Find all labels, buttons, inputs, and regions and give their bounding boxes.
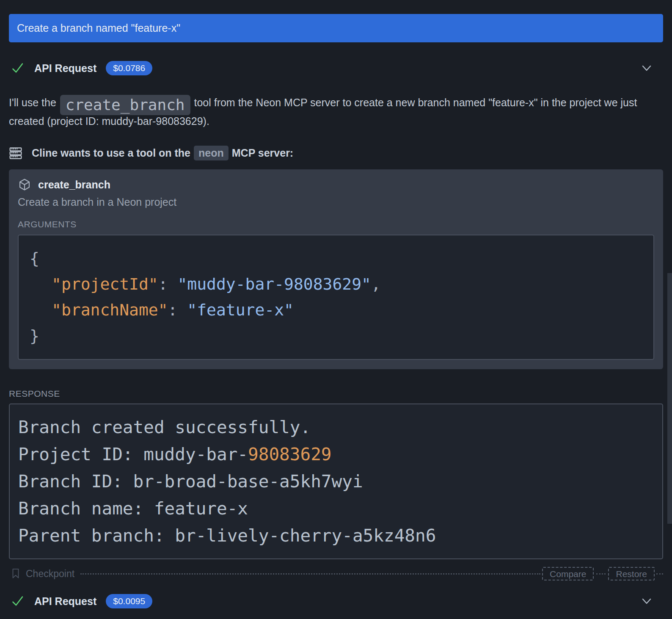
checkpoint-label: Checkpoint — [26, 568, 74, 580]
checkpoint-dotted-line — [656, 573, 663, 575]
chat-panel: Create a branch named "feature-x" API Re… — [0, 14, 672, 608]
server-name-badge: neon — [194, 146, 229, 160]
response-line: Project ID: muddy-bar-98083629 — [18, 441, 654, 468]
tool-call-card: create_branch Create a branch in a Neon … — [9, 169, 663, 369]
api-request-label: API Request — [34, 595, 96, 608]
assistant-text-before: I'll use the — [9, 97, 59, 108]
cube-icon — [18, 178, 31, 191]
json-open-brace: { — [30, 246, 642, 271]
response-output: Branch created successfully. Project ID:… — [9, 403, 663, 559]
tool-title-row: create_branch — [18, 178, 654, 191]
json-line: "projectId": "muddy-bar-98083629", — [30, 271, 642, 297]
checkpoint-dotted-line — [80, 573, 540, 575]
response-line: Parent branch: br-lively-cherry-a5kz48n6 — [18, 522, 654, 549]
response-label: RESPONSE — [9, 389, 663, 399]
cost-badge: $0.0786 — [106, 61, 152, 75]
highlighted-number: 98083629 — [248, 444, 331, 464]
api-request-label: API Request — [34, 62, 96, 75]
api-request-header-2[interactable]: API Request $0.0095 — [9, 594, 663, 608]
response-line: Branch name: feature-x — [18, 495, 654, 522]
arguments-json: { "projectId": "muddy-bar-98083629", "br… — [18, 235, 654, 360]
check-icon — [11, 62, 24, 75]
assistant-message: I'll use the create_branch tool from the… — [9, 93, 663, 130]
checkpoint-dotted-line — [596, 573, 606, 575]
arguments-label: ARGUMENTS — [18, 219, 654, 229]
tool-header-text-before: Cline wants to use a tool on the — [32, 147, 190, 159]
cost-badge: $0.0095 — [106, 594, 152, 608]
inline-code-create-branch: create_branch — [60, 95, 190, 115]
tool-description: Create a branch in a Neon project — [18, 196, 654, 208]
response-line: Branch created successfully. — [18, 414, 654, 441]
response-line: Branch ID: br-broad-base-a5kh7wyi — [18, 468, 654, 495]
chevron-down-icon[interactable] — [640, 596, 653, 607]
user-message-text: Create a branch named "feature-x" — [17, 22, 180, 34]
tool-use-header: Cline wants to use a tool on the neon MC… — [9, 146, 663, 160]
compare-button[interactable]: Compare — [542, 567, 594, 580]
scrollbar-thumb[interactable] — [667, 273, 672, 524]
tool-header-text-after: MCP server: — [232, 147, 293, 159]
bookmark-icon — [11, 568, 21, 579]
tool-name: create_branch — [38, 179, 110, 191]
checkpoint-row: Checkpoint Compare Restore — [9, 567, 663, 580]
mcp-server-icon — [9, 146, 22, 160]
user-message-banner: Create a branch named "feature-x" — [9, 14, 663, 42]
json-line: "branchName": "feature-x" — [30, 297, 642, 323]
restore-button[interactable]: Restore — [608, 567, 655, 580]
json-close-brace: } — [30, 323, 642, 349]
chevron-down-icon[interactable] — [640, 63, 653, 74]
api-request-header-1[interactable]: API Request $0.0786 — [9, 61, 663, 75]
check-icon — [11, 595, 24, 608]
